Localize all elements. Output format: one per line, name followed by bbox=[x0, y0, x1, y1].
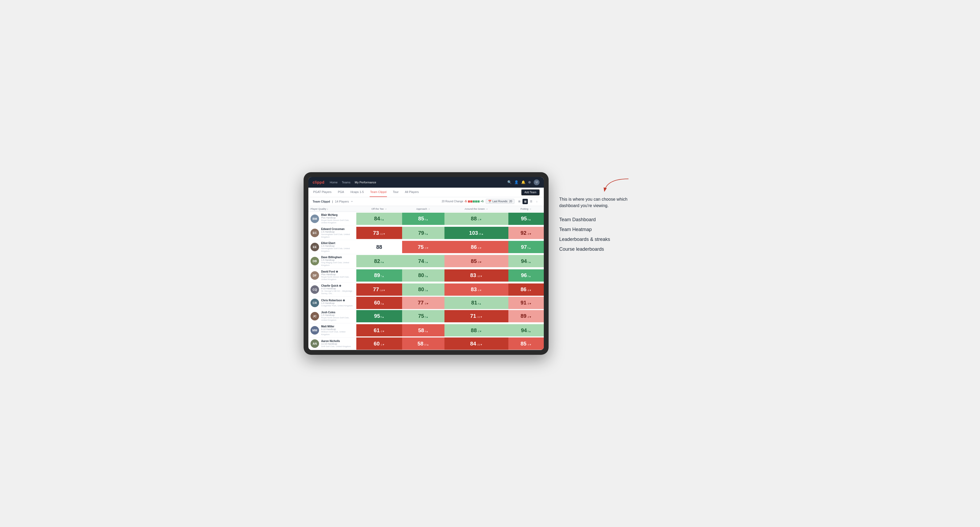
score-cell: 60 -1▼ bbox=[356, 338, 402, 350]
score-main: 75 bbox=[418, 244, 424, 250]
last-rounds-button[interactable]: 📅 Last Rounds: 20 bbox=[486, 199, 514, 204]
score-around-4: 83 -10▼ bbox=[444, 268, 508, 283]
table-row[interactable]: EC Edward Crossman 1-5 Handicap Sunningd… bbox=[309, 226, 544, 240]
nav-home[interactable]: Home bbox=[330, 179, 337, 185]
score-main: 95 bbox=[521, 216, 527, 222]
tab-all-players[interactable]: All Players bbox=[404, 187, 419, 197]
score-main: 83 bbox=[470, 272, 476, 278]
table-row[interactable]: EE Elliot Ebert 1-5 Handicap Sunningdale… bbox=[309, 240, 544, 254]
score-inner: 73 -11▼ bbox=[373, 230, 385, 236]
player-name: David Ford ⊕ bbox=[321, 270, 354, 273]
score-main: 75 bbox=[418, 313, 424, 319]
score-inner: 80 3▲ bbox=[418, 272, 428, 278]
edit-icon[interactable]: ✏ bbox=[351, 200, 353, 203]
score-cell: 83 -10▼ bbox=[444, 269, 508, 282]
table-row[interactable]: BM Blair McHarg Plus Handicap Royal Nort… bbox=[309, 211, 544, 226]
score-main: 88 bbox=[376, 244, 382, 250]
score-change: 4▲ bbox=[380, 261, 384, 264]
score-change: -1▼ bbox=[380, 343, 385, 346]
score-change: 6▲ bbox=[380, 218, 384, 221]
calendar-icon: 📅 bbox=[488, 200, 492, 203]
round-change: 20 Round Change -5 +5 bbox=[442, 200, 484, 203]
score-inner: 89 -2▼ bbox=[520, 313, 531, 319]
score-change: -3▼ bbox=[527, 233, 531, 235]
score-cell: 96 3▲ bbox=[508, 269, 544, 282]
score-change: -10▼ bbox=[477, 275, 482, 278]
heatmap-view-icon[interactable]: ▦ bbox=[522, 199, 528, 204]
grid-view-icon[interactable]: ⊞ bbox=[517, 199, 522, 204]
score-cell: 81 4▲ bbox=[444, 297, 508, 309]
table-row[interactable]: DB Dave Billingham 1-5 Handicap Gog Mago… bbox=[309, 254, 544, 268]
score-change: -4▼ bbox=[527, 343, 531, 346]
score-inner: 58 4▲ bbox=[418, 327, 428, 333]
player-info: Matt Miller 6-10 Handicap Woburn Golf Cl… bbox=[321, 325, 354, 336]
score-change: -3▼ bbox=[527, 302, 531, 305]
player-name: Blair McHarg bbox=[321, 213, 354, 216]
score-main: 84 bbox=[470, 341, 476, 347]
tab-hcaps[interactable]: Hcaps 1-5 bbox=[350, 187, 364, 197]
player-avatar: BM bbox=[310, 214, 319, 223]
score-change: 2▲ bbox=[380, 302, 384, 305]
score-change: 10▲ bbox=[424, 343, 429, 346]
score-approach-2: 75 -3▼ bbox=[402, 240, 444, 254]
player-handicap: 6-10 Handicap bbox=[321, 287, 354, 290]
score-change: 2▲ bbox=[425, 316, 428, 318]
table-row[interactable]: AN Aaron Nicholls 11-15 Handicap Drift G… bbox=[309, 338, 544, 350]
subnav: PGAT Players PGA Hcaps 1-5 Team Clippd T… bbox=[309, 187, 544, 197]
score-change: -6▼ bbox=[477, 247, 482, 249]
score-cell: 83 -6▼ bbox=[444, 284, 508, 296]
score-cell: 95 8▲ bbox=[356, 310, 402, 322]
avatar[interactable]: U bbox=[534, 179, 539, 185]
list-view-icon[interactable]: ☰ bbox=[528, 199, 534, 204]
player-cell-9: AN Aaron Nicholls 11-15 Handicap Drift G… bbox=[309, 338, 356, 350]
tab-pgat-players[interactable]: PGAT Players bbox=[313, 187, 332, 197]
score-main: 88 bbox=[471, 216, 477, 222]
table-row[interactable]: CQ Charlie Quick ⊕ 6-10 Handicap St. Geo… bbox=[309, 283, 544, 297]
score-approach-0: 85 8▲ bbox=[402, 211, 444, 226]
score-change: 1▲ bbox=[527, 261, 531, 264]
tab-tour[interactable]: Tour bbox=[392, 187, 399, 197]
table-header: Player Quality ↓ Off the Tee → Approach … bbox=[309, 206, 544, 212]
score-main: 85 bbox=[418, 216, 424, 222]
player-handicap: Plus Handicap bbox=[321, 216, 354, 219]
player-avatar: JC bbox=[310, 312, 319, 321]
score-inner: 86 -8▼ bbox=[520, 286, 531, 292]
tab-pga[interactable]: PGA bbox=[337, 187, 345, 197]
tab-team-clippd[interactable]: Team Clippd bbox=[370, 187, 387, 197]
score-cell: 84 -21▼ bbox=[444, 338, 508, 350]
separator: | bbox=[332, 200, 333, 203]
table-row[interactable]: MM Matt Miller 6-10 Handicap Woburn Golf… bbox=[309, 323, 544, 338]
player-avatar: EE bbox=[310, 243, 319, 251]
player-avatar: EC bbox=[310, 229, 319, 237]
player-club: Sunningdale Golf Club, United Kingdom bbox=[321, 247, 354, 252]
score-cell: 89 -2▼ bbox=[508, 310, 544, 322]
score-cell: 89 7▲ bbox=[356, 269, 402, 282]
score-approach-9: 58 10▲ bbox=[402, 338, 444, 350]
search-icon[interactable]: 🔍 bbox=[508, 180, 512, 184]
table-row[interactable]: CR Chris Robertson ⊕ 1-5 Handicap Craigm… bbox=[309, 297, 544, 309]
user-icon[interactable]: 👤 bbox=[514, 180, 519, 184]
table-row[interactable]: JC Josh Coles 1-5 Handicap Royal North D… bbox=[309, 309, 544, 323]
nav-teams[interactable]: Teams bbox=[342, 179, 350, 185]
annotation-intro: This is where you can choose which dashb… bbox=[559, 196, 634, 209]
settings-icon[interactable]: ⊕ bbox=[528, 180, 531, 184]
score-around-5: 83 -6▼ bbox=[444, 283, 508, 297]
player-club: Royal North Devon Golf Club, United King… bbox=[321, 219, 354, 224]
download-icon[interactable]: ↓ bbox=[534, 199, 539, 204]
nav-my-performance[interactable]: My Performance bbox=[355, 179, 376, 185]
score-inner: 80 1▲ bbox=[418, 286, 428, 292]
bell-icon[interactable]: 🔔 bbox=[521, 180, 525, 184]
score-change: -14▼ bbox=[379, 289, 385, 292]
score-inner: 97 5▲ bbox=[521, 244, 531, 250]
add-team-button[interactable]: Add Team bbox=[521, 189, 539, 195]
score-cell: 86 -8▼ bbox=[508, 284, 544, 296]
player-info: Elliot Ebert 1-5 Handicap Sunningdale Go… bbox=[321, 242, 354, 252]
score-change: -21▼ bbox=[477, 343, 482, 346]
player-club: Drift Golf Club, United Kingdom bbox=[321, 345, 351, 348]
score-change: 3▲ bbox=[527, 275, 531, 278]
col-around: Around the Green → bbox=[444, 206, 508, 212]
player-name: Charlie Quick ⊕ bbox=[321, 284, 354, 287]
table-row[interactable]: DF David Ford ⊕ Plus Handicap Royal Nort… bbox=[309, 268, 544, 283]
player-avatar: MM bbox=[310, 326, 319, 335]
player-info: Aaron Nicholls 11-15 Handicap Drift Golf… bbox=[321, 340, 351, 348]
